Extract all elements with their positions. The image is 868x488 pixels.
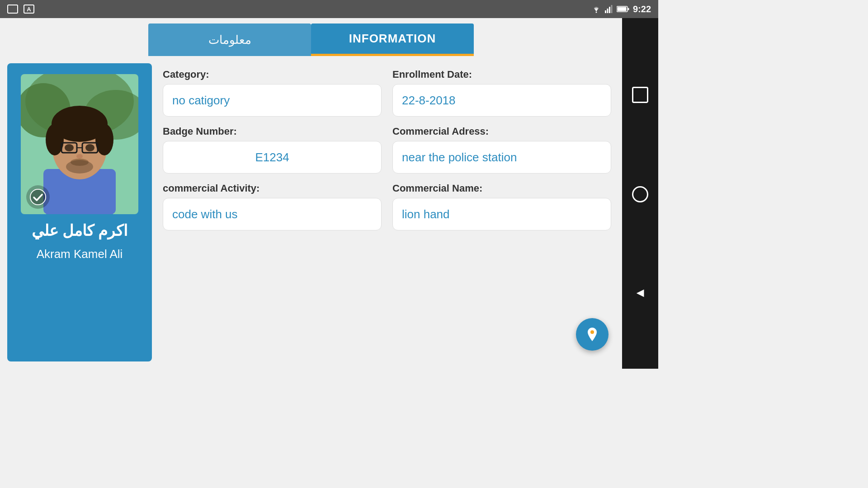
category-value: no catigory (163, 84, 382, 117)
right-bar: ◄ (622, 18, 658, 369)
category-label: Category: (163, 69, 382, 80)
commercial-activity-field: commercial Activity: code with us (163, 183, 382, 230)
location-fab[interactable] (576, 318, 609, 351)
check-badge (26, 185, 50, 209)
checkmark-icon (30, 189, 46, 205)
status-bar: A 9:22 (0, 0, 658, 18)
commercial-activity-label: commercial Activity: (163, 183, 382, 194)
status-bar-left: A (7, 5, 34, 14)
tab-bar: معلومات INFORMATION (0, 18, 622, 56)
status-bar-right: 9:22 (591, 4, 651, 14)
svg-point-0 (595, 12, 597, 13)
category-field: Category: no catigory (163, 69, 382, 117)
svg-point-22 (65, 144, 74, 151)
profile-panel: اكرم كامل علي Akram Kamel Ali (7, 63, 152, 361)
commercial-name-label: Commercial Name: (392, 183, 611, 194)
svg-rect-7 (627, 8, 629, 10)
commercial-name-field: Commercial Name: lion hand (392, 183, 611, 230)
badge-number-field: Badge Number: E1234 (163, 126, 382, 174)
avatar-wrapper (21, 74, 138, 214)
svg-point-23 (85, 144, 94, 151)
svg-rect-6 (617, 7, 626, 11)
enrollment-date-value: 22-8-2018 (392, 84, 611, 117)
tab-information[interactable]: INFORMATION (311, 23, 474, 56)
svg-rect-2 (607, 9, 608, 13)
square-button[interactable] (632, 87, 648, 103)
enrollment-date-field: Enrollment Date: 22-8-2018 (392, 69, 611, 117)
commercial-address-field: Commercial Adress: near the police stati… (392, 126, 611, 174)
content-area: اكرم كامل علي Akram Kamel Ali Category: … (0, 56, 622, 369)
circle-button[interactable] (632, 186, 648, 202)
info-row-1: Category: no catigory Enrollment Date: 2… (163, 69, 611, 117)
svg-rect-4 (611, 5, 612, 13)
commercial-address-label: Commercial Adress: (392, 126, 611, 137)
sim-icon (7, 5, 18, 14)
tab-container: معلومات INFORMATION (148, 23, 474, 56)
profile-name-english: Akram Kamel Ali (37, 247, 123, 261)
svg-point-24 (76, 154, 83, 159)
svg-rect-3 (609, 7, 610, 13)
info-panel: Category: no catigory Enrollment Date: 2… (159, 63, 615, 361)
wifi-icon (591, 5, 601, 13)
badge-number-label: Badge Number: (163, 126, 382, 137)
svg-rect-1 (605, 10, 606, 13)
info-row-2: Badge Number: E1234 Commercial Adress: n… (163, 126, 611, 174)
battery-icon (617, 5, 629, 13)
back-button[interactable]: ◄ (634, 286, 646, 300)
info-row-3: commercial Activity: code with us Commer… (163, 183, 611, 230)
enrollment-date-label: Enrollment Date: (392, 69, 611, 80)
svg-point-28 (590, 330, 594, 334)
status-time: 9:22 (633, 4, 651, 14)
commercial-activity-value: code with us (163, 198, 382, 230)
commercial-name-value: lion hand (392, 198, 611, 230)
location-icon (584, 326, 600, 343)
svg-point-27 (30, 189, 46, 205)
profile-name-arabic: اكرم كامل علي (32, 221, 128, 240)
svg-point-26 (66, 160, 93, 174)
signal-icon (605, 5, 613, 13)
commercial-address-value: near the police station (392, 141, 611, 174)
tab-arabic[interactable]: معلومات (148, 23, 311, 56)
main-container: معلومات INFORMATION (0, 18, 622, 369)
a-icon: A (24, 5, 34, 14)
badge-number-value: E1234 (163, 141, 382, 174)
